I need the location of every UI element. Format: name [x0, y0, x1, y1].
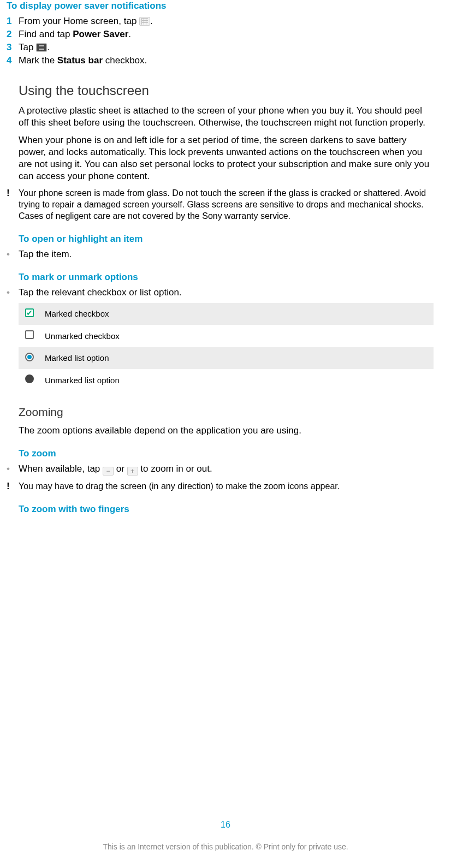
radio-marked-icon — [19, 347, 40, 370]
step-text: Mark the Status bar checkbox. — [19, 55, 434, 67]
bullet-text: When available, tap or to zoom in or out… — [19, 463, 212, 475]
step-text-bold: Status bar — [57, 55, 103, 66]
warning-row: ! You may have to drag the screen (in an… — [7, 481, 434, 492]
step-number: 1 — [7, 15, 19, 27]
step-text-post: checkbox. — [103, 55, 147, 66]
table-row: Unmarked checkbox — [19, 325, 434, 347]
step-number: 2 — [7, 28, 19, 40]
heading-mark-unmark: To mark or unmark options — [19, 271, 434, 283]
heading-to-zoom: To zoom — [19, 448, 434, 460]
warning-zoom-text: You may have to drag the screen (in any … — [19, 481, 434, 492]
options-table: Marked checkbox Unmarked checkbox Marked… — [19, 303, 434, 391]
bullet-row: • When available, tap or to zoom in or o… — [7, 463, 434, 475]
warning-row: ! Your phone screen is made from glass. … — [7, 188, 434, 222]
paragraph-touchscreen-1: A protective plastic sheet is attached t… — [19, 105, 434, 129]
paragraph-zooming: The zoom options available depend on the… — [19, 425, 434, 437]
step-row: 4 Mark the Status bar checkbox. — [7, 55, 434, 67]
page-footer: 16 This is an Internet version of this p… — [0, 819, 451, 852]
apps-grid-icon — [139, 17, 150, 26]
page-number: 16 — [0, 819, 451, 831]
paragraph-touchscreen-2: When your phone is on and left idle for … — [19, 134, 434, 182]
step-row: 2 Find and tap Power Saver. — [7, 28, 434, 40]
warning-icon: ! — [7, 481, 19, 492]
table-cell-label: Marked list option — [40, 347, 434, 370]
warning-glass-text: Your phone screen is made from glass. Do… — [19, 188, 434, 222]
table-row: Marked list option — [19, 347, 434, 370]
bullet-row: • Tap the relevant checkbox or list opti… — [7, 287, 434, 299]
step-text-pre: Tap — [19, 42, 36, 52]
zoom-in-icon — [127, 467, 138, 475]
checkbox-unmarked-icon — [19, 325, 40, 347]
step-text-post: . — [150, 16, 153, 26]
step-text: Tap . — [19, 41, 434, 53]
step-number: 3 — [7, 41, 19, 53]
bullet-icon: • — [7, 287, 19, 299]
step-text-post: . — [47, 42, 50, 52]
heading-using-touchscreen: Using the touchscreen — [19, 82, 434, 99]
zoom-out-icon — [103, 467, 114, 475]
radio-unmarked-icon — [19, 369, 40, 391]
step-text-pre: From your Home screen, tap — [19, 16, 139, 26]
heading-open-item: To open or highlight an item — [19, 233, 434, 245]
heading-zoom-two-fingers: To zoom with two fingers — [19, 503, 434, 515]
table-cell-label: Unmarked list option — [40, 369, 434, 391]
step-text-post: . — [128, 29, 131, 39]
table-cell-label: Unmarked checkbox — [40, 325, 434, 347]
step-row: 1 From your Home screen, tap . — [7, 15, 434, 27]
heading-zooming: Zooming — [19, 405, 434, 419]
footer-text: This is an Internet version of this publ… — [0, 842, 451, 852]
table-cell-label: Marked checkbox — [40, 303, 434, 325]
table-row: Unmarked list option — [19, 369, 434, 391]
step-text: From your Home screen, tap . — [19, 15, 434, 27]
heading-power-saver: To display power saver notifications — [7, 0, 434, 12]
table-row: Marked checkbox — [19, 303, 434, 325]
step-text-pre: Find and tap — [19, 29, 73, 39]
warning-icon: ! — [7, 188, 19, 199]
step-text-bold: Power Saver — [73, 29, 128, 39]
bullet-icon: • — [7, 463, 19, 475]
bullet-icon: • — [7, 248, 19, 260]
step-text: Find and tap Power Saver. — [19, 28, 434, 40]
zoom-text-mid: or — [114, 463, 127, 474]
step-number: 4 — [7, 55, 19, 67]
bullet-text: Tap the item. — [19, 248, 72, 260]
bullet-row: • Tap the item. — [7, 248, 434, 260]
zoom-text-post: to zoom in or out. — [138, 463, 212, 474]
step-text-pre: Mark the — [19, 55, 57, 66]
step-row: 3 Tap . — [7, 41, 434, 53]
bullet-text: Tap the relevant checkbox or list option… — [19, 287, 182, 299]
zoom-text-pre: When available, tap — [19, 463, 103, 474]
checkbox-marked-icon — [19, 303, 40, 325]
settings-icon — [36, 43, 47, 52]
